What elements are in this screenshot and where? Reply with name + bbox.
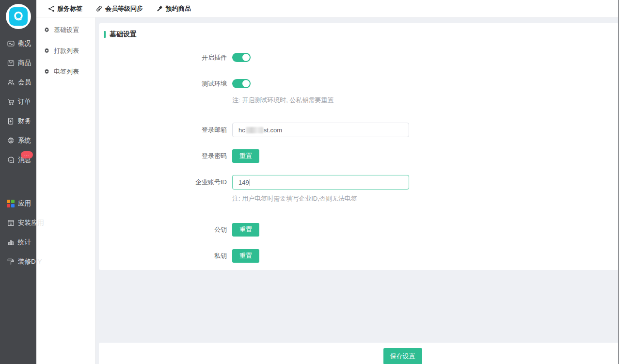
gear-icon bbox=[44, 27, 50, 33]
main-content: 基础设置 开启插件 测试环境 注: 开启测试环境时, 公私钥需要重置 登录邮箱 bbox=[95, 17, 619, 364]
link-icon bbox=[96, 5, 103, 12]
sidebar-item-label: 商品 bbox=[18, 59, 31, 67]
sidebar-item-label: 电签列表 bbox=[54, 67, 79, 76]
share-icon bbox=[48, 5, 55, 12]
orders-icon bbox=[6, 98, 15, 106]
decorate-diy-icon bbox=[6, 258, 15, 266]
email-value-prefix: hc bbox=[238, 127, 245, 134]
public-key-reset-button[interactable]: 重置 bbox=[232, 223, 259, 237]
plugin-toggle[interactable] bbox=[232, 53, 251, 62]
sidebar-item-decorate-diy[interactable]: 装修DIY bbox=[0, 252, 36, 271]
title-accent-bar bbox=[104, 31, 106, 38]
sidebar-item-basic-settings[interactable]: 基础设置 bbox=[36, 19, 95, 40]
save-settings-button[interactable]: 保存设置 bbox=[383, 348, 422, 364]
enterprise-id-label: 企业账号ID bbox=[99, 178, 227, 187]
sidebar-item-goods[interactable]: 商品 bbox=[0, 53, 36, 73]
form-row-plugin: 开启插件 bbox=[99, 53, 619, 62]
form-row-public-key: 公钥 重置 bbox=[99, 223, 619, 237]
system-icon bbox=[6, 137, 15, 144]
finance-icon bbox=[6, 117, 15, 125]
password-label: 登录密码 bbox=[99, 152, 227, 160]
messages-badge: ... bbox=[21, 151, 33, 158]
private-key-label: 私钥 bbox=[99, 252, 227, 260]
sidebar-item-label: 概况 bbox=[18, 39, 31, 48]
sidebar-item-label: 安装应用 bbox=[18, 219, 44, 227]
settings-sidebar: 基础设置 打款列表 电签列表 bbox=[36, 17, 95, 364]
main-sidebar: 概况 商品 会员 订单 bbox=[0, 0, 36, 364]
sidebar-item-payment-list[interactable]: 打款列表 bbox=[36, 40, 95, 61]
tab-label: 会员等级同步 bbox=[105, 4, 143, 13]
email-label: 登录邮箱 bbox=[99, 126, 227, 134]
tab-reserve-goods[interactable]: 预约商品 bbox=[150, 0, 198, 17]
form-row-test-env: 测试环境 bbox=[99, 79, 619, 88]
sidebar-item-label: 统计 bbox=[18, 238, 31, 247]
install-app-icon bbox=[6, 219, 15, 227]
sidebar-item-label: 订单 bbox=[18, 97, 31, 106]
tab-label: 预约商品 bbox=[166, 4, 191, 13]
logo-icon bbox=[9, 7, 28, 26]
sidebar-item-members[interactable]: 会员 bbox=[0, 73, 36, 92]
email-field[interactable]: hc st.com bbox=[232, 123, 409, 137]
sidebar-item-orders[interactable]: 订单 bbox=[0, 92, 36, 111]
panel-title: 基础设置 bbox=[110, 30, 137, 39]
sidebar-item-statistics[interactable]: 统计 bbox=[0, 233, 36, 252]
sidebar-item-overview[interactable]: 概况 bbox=[0, 34, 36, 53]
messages-icon: ... bbox=[6, 156, 15, 164]
tab-member-level-sync[interactable]: 会员等级同步 bbox=[89, 0, 150, 17]
footer-action-bar: 保存设置 bbox=[99, 343, 619, 364]
sidebar-item-finance[interactable]: 财务 bbox=[0, 111, 36, 131]
plugin-label: 开启插件 bbox=[99, 53, 227, 62]
form-row-enterprise-id: 企业账号ID 149 bbox=[99, 175, 619, 190]
dashboard-icon bbox=[6, 40, 15, 47]
top-tab-bar: 服务标签 会员等级同步 预约商品 bbox=[36, 0, 619, 17]
sidebar-item-label: 财务 bbox=[18, 117, 31, 126]
sidebar-item-label: 应用 bbox=[18, 199, 31, 208]
test-env-note: 注: 开启测试环境时, 公私钥需要重置 bbox=[232, 96, 619, 105]
sidebar-nav: 概况 商品 会员 订单 bbox=[0, 34, 36, 271]
email-redacted-chunk bbox=[246, 127, 263, 133]
goods-icon bbox=[6, 59, 15, 67]
toggle-knob bbox=[242, 54, 250, 61]
gavel-icon bbox=[157, 5, 163, 12]
form-row-private-key: 私钥 重置 bbox=[99, 249, 619, 263]
tab-service-tags[interactable]: 服务标签 bbox=[41, 0, 89, 17]
test-env-toggle[interactable] bbox=[232, 79, 251, 88]
sidebar-item-label: 装修DIY bbox=[18, 257, 42, 266]
sidebar-gap bbox=[0, 170, 36, 194]
enterprise-id-field[interactable]: 149 bbox=[232, 175, 409, 190]
basic-settings-panel: 基础设置 开启插件 测试环境 注: 开启测试环境时, 公私钥需要重置 登录邮箱 bbox=[99, 23, 619, 270]
enterprise-id-note: 注: 用户电签时需要填写企业ID,否则无法电签 bbox=[232, 194, 619, 203]
sidebar-item-esign-list[interactable]: 电签列表 bbox=[36, 61, 95, 82]
toggle-knob bbox=[242, 80, 250, 87]
form-row-email: 登录邮箱 hc st.com bbox=[99, 123, 619, 137]
app-window: 概况 商品 会员 订单 bbox=[0, 0, 619, 364]
apps-icon bbox=[6, 200, 15, 207]
sidebar-item-system[interactable]: 系统 bbox=[0, 131, 36, 150]
sidebar-item-apps[interactable]: 应用 bbox=[0, 194, 36, 213]
tab-label: 服务标签 bbox=[57, 4, 82, 13]
logo-circle bbox=[6, 4, 31, 29]
members-icon bbox=[6, 79, 15, 86]
sidebar-item-messages[interactable]: ... 消息 bbox=[0, 150, 36, 170]
public-key-label: 公钥 bbox=[99, 225, 227, 234]
statistics-icon bbox=[6, 238, 15, 246]
email-value-suffix: st.com bbox=[264, 127, 282, 134]
test-env-label: 测试环境 bbox=[99, 79, 227, 88]
sidebar-item-label: 基础设置 bbox=[54, 26, 79, 34]
private-key-reset-button[interactable]: 重置 bbox=[232, 249, 259, 263]
app-logo[interactable] bbox=[0, 0, 36, 29]
sidebar-item-label: 会员 bbox=[18, 78, 31, 87]
sidebar-item-label: 打款列表 bbox=[54, 47, 79, 55]
panel-header: 基础设置 bbox=[99, 23, 619, 39]
text-cursor bbox=[250, 179, 250, 186]
sidebar-item-install-app[interactable]: 安装应用 bbox=[0, 213, 36, 233]
gear-icon bbox=[44, 47, 50, 54]
gear-icon bbox=[44, 68, 50, 75]
sidebar-item-label: 系统 bbox=[18, 136, 31, 145]
password-reset-button[interactable]: 重置 bbox=[232, 149, 259, 163]
enterprise-id-value: 149 bbox=[238, 179, 249, 186]
form-row-password: 登录密码 重置 bbox=[99, 149, 619, 163]
